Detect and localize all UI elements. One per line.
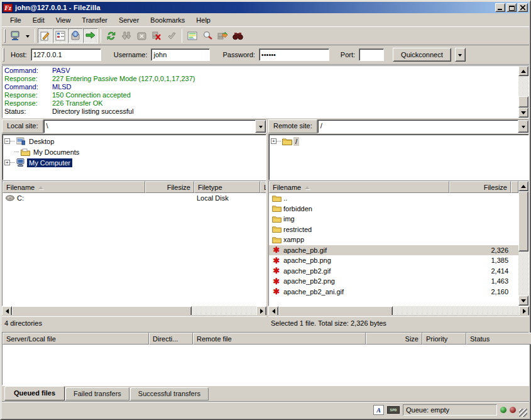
- folder-icon: [271, 236, 282, 243]
- menu-file[interactable]: File: [4, 14, 27, 26]
- local-file-list: Filename Filesize Filetype L C: Local Di…: [2, 180, 266, 306]
- tree-item-my-documents[interactable]: My Documents: [4, 146, 266, 157]
- collapse-icon[interactable]: −: [4, 138, 10, 144]
- log-scrollbar[interactable]: [518, 66, 528, 118]
- title-bar[interactable]: Fz john@127.0.0.1 - FileZilla: [2, 2, 529, 13]
- remote-h-scrollbar[interactable]: [268, 306, 529, 316]
- site-manager-button[interactable]: [8, 28, 23, 43]
- port-input[interactable]: [359, 48, 384, 61]
- sort-ascending-icon: [38, 184, 43, 189]
- remote-file-row[interactable]: ✱apache_pb2.gif2,414: [269, 266, 518, 277]
- menu-bookmarks[interactable]: Bookmarks: [145, 14, 190, 26]
- local-site-dropdown[interactable]: [255, 120, 266, 133]
- maximize-button[interactable]: [506, 3, 517, 12]
- column-size[interactable]: Size: [366, 333, 422, 345]
- column-status[interactable]: Status: [466, 333, 531, 345]
- local-tree: − Desktop My Documents + My Computer: [2, 134, 266, 180]
- filter-button[interactable]: [230, 28, 245, 43]
- quickconnect-dropdown[interactable]: [455, 48, 466, 62]
- remote-file-row[interactable]: ✱apache_pb.png1,385: [269, 255, 518, 266]
- column-filename[interactable]: Filename: [269, 181, 449, 193]
- scroll-thumb[interactable]: [518, 191, 528, 251]
- cancel-operation-button[interactable]: [134, 28, 149, 43]
- remote-file-row[interactable]: ✱apache_pb2_ani.gif2,160: [269, 287, 518, 297]
- remote-v-scrollbar[interactable]: [518, 181, 528, 306]
- remote-file-row-selected[interactable]: ✱apache_pb.gif2,326: [269, 245, 518, 256]
- scroll-thumb[interactable]: [12, 306, 192, 316]
- column-last-modified[interactable]: L: [260, 181, 266, 193]
- scroll-down-icon[interactable]: [518, 108, 528, 118]
- quickbar-grip[interactable]: [3, 48, 4, 62]
- column-filetype[interactable]: Filetype: [194, 181, 260, 193]
- image-file-icon: ✱: [271, 257, 282, 265]
- toggle-transfer-queue-button[interactable]: [83, 28, 98, 43]
- remote-site-combo[interactable]: /: [317, 119, 529, 133]
- toggle-remote-tree-button[interactable]: [68, 28, 83, 43]
- remote-file-row[interactable]: ..: [269, 193, 518, 204]
- tab-queued-files[interactable]: Queued files: [4, 386, 65, 401]
- tree-item-root[interactable]: + /: [271, 136, 528, 146]
- tab-failed-transfers[interactable]: Failed transfers: [65, 387, 129, 401]
- column-server-local-file[interactable]: Server/Local file: [3, 333, 149, 345]
- menu-transfer[interactable]: Transfer: [76, 14, 113, 26]
- local-file-row[interactable]: C: Local Disk: [3, 193, 266, 204]
- speed-limits-icon[interactable]: SPD: [387, 406, 400, 414]
- scroll-up-icon[interactable]: [518, 66, 528, 76]
- column-filename[interactable]: Filename: [3, 181, 145, 193]
- queue-body[interactable]: [3, 345, 528, 385]
- quickconnect-bar: Host: Username: Password: Port: Quickcon…: [2, 45, 529, 65]
- process-queue-button[interactable]: [119, 28, 134, 43]
- username-input[interactable]: [151, 48, 210, 61]
- remote-file-row[interactable]: xampp: [269, 235, 518, 245]
- minimize-button[interactable]: [495, 3, 505, 12]
- local-h-scrollbar[interactable]: [2, 306, 266, 316]
- tree-item-desktop[interactable]: − Desktop: [4, 136, 266, 146]
- remote-site-dropdown[interactable]: [518, 120, 528, 133]
- remote-file-row[interactable]: img: [269, 214, 518, 224]
- local-site-combo[interactable]: \: [43, 119, 266, 133]
- column-priority[interactable]: Priority: [422, 333, 466, 345]
- scroll-thumb[interactable]: [278, 306, 393, 316]
- menu-edit[interactable]: Edit: [27, 14, 50, 26]
- scroll-left-icon[interactable]: [2, 306, 12, 316]
- host-input[interactable]: [31, 48, 101, 61]
- menu-help[interactable]: Help: [190, 14, 216, 26]
- toggle-local-tree-button[interactable]: [53, 28, 68, 43]
- toolbar-separator: [35, 29, 35, 43]
- directory-comparison-button[interactable]: [185, 28, 200, 43]
- column-direction[interactable]: Directi...: [149, 333, 193, 345]
- scroll-right-icon[interactable]: [256, 306, 266, 316]
- refresh-button[interactable]: [104, 28, 119, 43]
- menu-server[interactable]: Server: [113, 14, 145, 26]
- disconnect-button[interactable]: [149, 28, 164, 43]
- scroll-down-icon[interactable]: [518, 296, 528, 306]
- reconnect-button[interactable]: [164, 28, 179, 43]
- scroll-thumb[interactable]: [518, 96, 528, 108]
- password-input[interactable]: [259, 48, 329, 61]
- site-manager-dropdown[interactable]: [23, 28, 32, 43]
- expand-icon[interactable]: +: [4, 160, 10, 165]
- expand-icon[interactable]: +: [271, 138, 276, 144]
- column-remote-file[interactable]: Remote file: [193, 333, 366, 345]
- scroll-up-icon[interactable]: [518, 181, 528, 191]
- image-file-icon: ✱: [271, 267, 282, 275]
- scroll-right-icon[interactable]: [519, 306, 529, 316]
- menu-view[interactable]: View: [50, 14, 77, 26]
- scroll-left-icon[interactable]: [268, 306, 278, 316]
- tree-item-my-computer[interactable]: + My Computer: [4, 157, 266, 168]
- remote-file-row[interactable]: forbidden: [269, 204, 518, 214]
- column-filesize[interactable]: Filesize: [449, 181, 511, 193]
- toolbar-grip[interactable]: [4, 29, 6, 43]
- synchronized-browsing-button[interactable]: [215, 28, 230, 43]
- remote-file-row[interactable]: restricted: [269, 224, 518, 235]
- find-files-button[interactable]: [200, 28, 215, 43]
- quickconnect-button[interactable]: Quickconnect: [393, 48, 451, 62]
- folder-icon: [271, 226, 282, 233]
- close-button[interactable]: [518, 3, 528, 12]
- toggle-message-log-button[interactable]: [38, 28, 53, 43]
- tab-successful-transfers[interactable]: Successful transfers: [130, 387, 209, 401]
- resize-grip[interactable]: [519, 409, 527, 417]
- remote-file-row[interactable]: ✱apache_pb2.png1,463: [269, 276, 518, 287]
- column-filesize[interactable]: Filesize: [145, 181, 194, 193]
- transfer-type-icon[interactable]: A: [373, 405, 384, 415]
